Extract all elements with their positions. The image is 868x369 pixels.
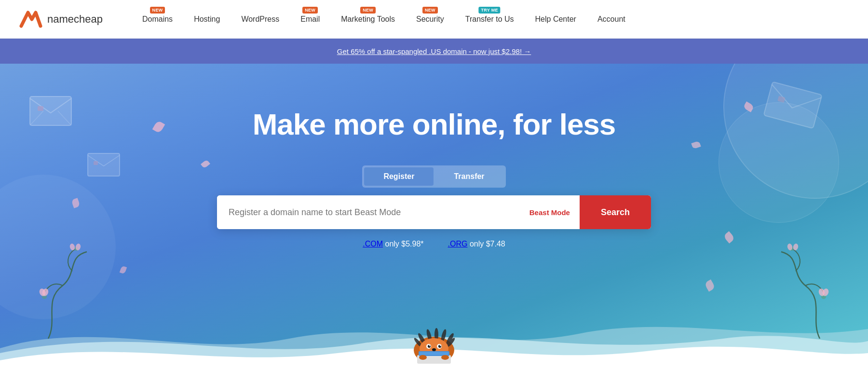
mascot xyxy=(403,313,465,368)
price-hint-org: .ORG only $7.48 xyxy=(448,240,505,248)
svg-point-37 xyxy=(419,355,427,360)
transfer-badge: TRY ME xyxy=(479,7,501,14)
price-hint-com: .COM only $5.98* xyxy=(363,240,423,248)
nav-item-security[interactable]: NEW Security xyxy=(406,0,455,39)
nav-account-label: Account xyxy=(597,15,625,24)
nav-item-domains[interactable]: NEW Domains xyxy=(132,0,183,39)
hero-content: Make more online, for less Register Tran… xyxy=(0,64,868,248)
nav-domains-label: Domains xyxy=(142,15,173,24)
nav-email-label: Email xyxy=(300,15,320,24)
nav-security-label: Security xyxy=(416,15,444,24)
search-bar: Beast Mode Search xyxy=(217,195,651,229)
namecheap-logo-icon xyxy=(19,11,42,28)
nav-wordpress-label: WordPress xyxy=(241,15,279,24)
domain-search-input[interactable] xyxy=(217,195,520,229)
hero-title: Make more online, for less xyxy=(253,107,616,141)
nav-item-email[interactable]: NEW Email xyxy=(290,0,330,39)
svg-point-31 xyxy=(429,345,430,346)
domains-badge: NEW xyxy=(150,7,165,14)
email-badge: NEW xyxy=(302,7,318,14)
price-hints: .COM only $5.98* .ORG only $7.48 xyxy=(363,240,505,248)
main-nav: NEW Domains Hosting WordPress NEW Email … xyxy=(132,0,849,39)
nav-item-marketing[interactable]: NEW Marketing Tools xyxy=(330,0,406,39)
svg-point-33 xyxy=(432,348,436,351)
nav-help-label: Help Center xyxy=(535,15,576,24)
svg-point-32 xyxy=(440,345,441,346)
vine-decoration-left xyxy=(39,242,145,339)
logo-text: namecheap xyxy=(47,13,103,26)
tab-transfer[interactable]: Transfer xyxy=(434,167,503,186)
vine-decoration-right xyxy=(723,242,829,339)
logo-link[interactable]: namecheap xyxy=(19,11,103,28)
nav-hosting-label: Hosting xyxy=(194,15,220,24)
tab-register[interactable]: Register xyxy=(364,167,434,186)
hero-section: Make more online, for less Register Tran… xyxy=(0,64,868,368)
nav-item-account[interactable]: Account xyxy=(587,0,636,39)
nav-transfer-label: Transfer to Us xyxy=(465,15,514,24)
nav-item-hosting[interactable]: Hosting xyxy=(183,0,231,39)
svg-point-38 xyxy=(441,355,449,360)
org-price: only $7.48 xyxy=(467,240,505,248)
petal-8 xyxy=(704,279,716,291)
com-tld-link[interactable]: .COM xyxy=(363,240,383,248)
marketing-badge: NEW xyxy=(360,7,376,14)
hedgehog-svg xyxy=(403,313,465,366)
nav-item-wordpress[interactable]: WordPress xyxy=(231,0,290,39)
nav-item-transfer[interactable]: TRY ME Transfer to Us xyxy=(455,0,525,39)
nav-marketing-label: Marketing Tools xyxy=(341,15,395,24)
security-badge: NEW xyxy=(422,7,438,14)
com-price: only $5.98* xyxy=(383,240,424,248)
promo-banner: Get 65% off a star-spangled .US domain -… xyxy=(0,39,868,64)
promo-link[interactable]: Get 65% off a star-spangled .US domain -… xyxy=(337,47,531,55)
org-tld-link[interactable]: .ORG xyxy=(448,240,468,248)
header: namecheap NEW Domains Hosting WordPress … xyxy=(0,0,868,39)
search-tabs: Register Transfer xyxy=(362,165,505,188)
svg-rect-36 xyxy=(420,352,448,355)
search-button[interactable]: Search xyxy=(580,195,651,229)
beast-mode-button[interactable]: Beast Mode xyxy=(520,195,580,229)
nav-item-help[interactable]: Help Center xyxy=(525,0,587,39)
